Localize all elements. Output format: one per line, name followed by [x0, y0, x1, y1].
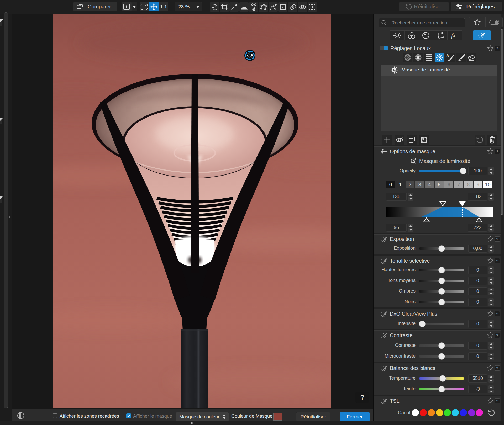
svg-text:fx: fx — [451, 32, 455, 39]
svg-text:A: A — [446, 53, 449, 58]
